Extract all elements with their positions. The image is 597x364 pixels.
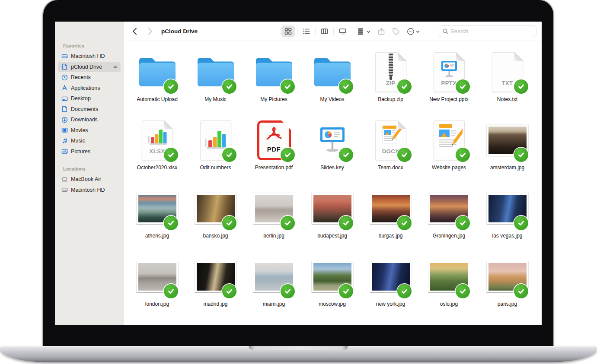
- sidebar-item-macbook-air[interactable]: MacBook Air: [58, 174, 121, 185]
- file-name: moscow.jpg: [319, 301, 346, 307]
- file-item[interactable]: ZIP Backup.zip: [361, 47, 420, 115]
- sidebar-item-macintosh-hd[interactable]: Macintosh HD: [58, 51, 121, 62]
- sync-badge-icon: [281, 216, 295, 230]
- gallery-view-button[interactable]: [336, 25, 349, 37]
- divider: [297, 28, 297, 35]
- desktop-icon: [61, 95, 68, 102]
- file-name: My Videos: [320, 96, 345, 102]
- sidebar-item-movies[interactable]: Movies: [58, 125, 121, 136]
- file-item[interactable]: My Music: [186, 47, 245, 115]
- hdd-icon: [61, 53, 68, 60]
- file-item[interactable]: miami.jpg: [245, 252, 303, 320]
- sidebar-item-music[interactable]: Music: [58, 136, 121, 146]
- keynote-icon: [439, 60, 460, 81]
- file-item[interactable]: berlin.jpg: [245, 184, 303, 252]
- file-item[interactable]: My Videos: [303, 47, 361, 115]
- search-input[interactable]: [450, 28, 533, 35]
- music-icon: [61, 137, 68, 144]
- sidebar-item-label: Downloads: [71, 117, 98, 123]
- chevron-down-icon: [367, 28, 370, 35]
- file-item[interactable]: new york.jpg: [361, 252, 420, 320]
- more-button[interactable]: [405, 28, 421, 35]
- list-view-button[interactable]: [300, 25, 313, 37]
- sidebar-item-label: pCloud Drive: [71, 64, 102, 70]
- sidebar-item-documents[interactable]: Documents: [58, 104, 121, 115]
- sidebar-item-label: Macintosh HD: [71, 53, 105, 59]
- file-item[interactable]: Groningen.jpg: [420, 184, 478, 252]
- sidebar-item-label: Macintosh HD: [71, 187, 105, 193]
- file-name: Backup.zip: [378, 96, 403, 102]
- sidebar-item-label: Movies: [71, 127, 88, 133]
- file-name: Groningen.jpg: [433, 233, 465, 239]
- sidebar-item-pictures[interactable]: Pictures: [58, 146, 121, 157]
- column-view-button[interactable]: [318, 25, 331, 37]
- tag-button[interactable]: [391, 28, 401, 35]
- file-name: My Pictures: [260, 96, 287, 102]
- file-item[interactable]: XLSX October2020.xlsx: [128, 115, 186, 184]
- file-item[interactable]: Odit.numbers: [186, 115, 245, 184]
- file-item[interactable]: budapest.jpg: [303, 184, 361, 252]
- sidebar-item-label: Applications: [71, 85, 100, 91]
- file-item[interactable]: PDF Presentation.pdf: [245, 115, 303, 184]
- sync-badge-icon: [514, 216, 528, 230]
- search-field[interactable]: [439, 25, 536, 37]
- group-button[interactable]: [356, 28, 372, 35]
- sidebar-item-pcloud-drive[interactable]: pCloud Drive ⏏: [58, 62, 121, 73]
- pages-mini-icon: [380, 124, 402, 149]
- sync-badge-icon: [164, 284, 178, 298]
- sync-badge-icon: [164, 216, 178, 230]
- clock-icon: [61, 74, 68, 81]
- back-button[interactable]: [130, 26, 139, 37]
- laptop-base: [0, 346, 597, 362]
- file-item[interactable]: london.jpg: [128, 252, 186, 320]
- applications-icon: [61, 85, 68, 92]
- sidebar-item-desktop[interactable]: Desktop: [58, 93, 121, 104]
- sidebar-item-applications[interactable]: Applications: [58, 83, 121, 94]
- file-item[interactable]: bansko.jpg: [186, 184, 245, 252]
- sync-badge-icon: [339, 79, 353, 94]
- hdd-icon: [61, 187, 68, 193]
- sidebar-item-recents[interactable]: Recents: [58, 72, 121, 83]
- file-item[interactable]: TXT Notes.txt: [478, 47, 536, 115]
- file-name: Website.pages: [432, 165, 466, 171]
- file-item[interactable]: My Pictures: [245, 47, 303, 115]
- sidebar-item-macintosh-hd-location[interactable]: Macintosh HD: [58, 185, 121, 196]
- file-item[interactable]: madrid.jpg: [186, 252, 245, 320]
- share-button[interactable]: [376, 28, 386, 35]
- sync-badge-icon: [456, 79, 470, 94]
- eject-icon[interactable]: ⏏: [113, 64, 118, 70]
- finder-toolbar: pCloud Drive: [124, 22, 542, 41]
- sync-badge-icon: [397, 148, 412, 162]
- pictures-icon: [61, 148, 68, 155]
- forward-button[interactable]: [146, 26, 154, 37]
- file-item[interactable]: athens.jpg: [128, 184, 186, 252]
- file-item[interactable]: oslo.jpg: [420, 252, 478, 320]
- laptop-icon: [61, 176, 68, 183]
- adobe-logo-icon: [265, 127, 284, 143]
- file-item[interactable]: Slides.key: [303, 115, 361, 184]
- file-item[interactable]: PPTX New Project.pptx: [420, 47, 478, 115]
- document-icon: [61, 63, 68, 70]
- sync-badge-icon: [456, 216, 470, 230]
- file-item[interactable]: burgas.jpg: [361, 184, 420, 252]
- file-name: madrid.jpg: [203, 301, 227, 307]
- sync-badge-icon: [514, 79, 528, 94]
- file-item[interactable]: moscow.jpg: [303, 252, 361, 320]
- file-item[interactable]: Website.pages: [420, 115, 478, 184]
- file-item[interactable]: amsterdam.jpg: [478, 115, 536, 184]
- file-item[interactable]: DOCX Team.docx: [361, 115, 420, 184]
- downloads-icon: [61, 116, 68, 123]
- file-item[interactable]: paris.jpg: [478, 252, 536, 320]
- file-name: burgas.jpg: [378, 233, 402, 239]
- file-name: las vegas.jpg: [492, 233, 522, 239]
- zipper-icon: [389, 53, 393, 76]
- sync-badge-icon: [222, 284, 236, 298]
- icon-view-button[interactable]: [281, 25, 295, 37]
- sidebar-item-label: Desktop: [71, 95, 91, 101]
- finder-content: Automatic Upload My Music My Pictures My: [124, 41, 542, 325]
- file-item[interactable]: Automatic Upload: [128, 47, 186, 115]
- chart-icon: [146, 126, 169, 149]
- macbook-mockup: Favorites Macintosh HD pCloud Drive ⏏ Re…: [0, 0, 597, 364]
- sidebar-item-downloads[interactable]: Downloads: [58, 114, 121, 125]
- file-item[interactable]: las vegas.jpg: [478, 184, 536, 252]
